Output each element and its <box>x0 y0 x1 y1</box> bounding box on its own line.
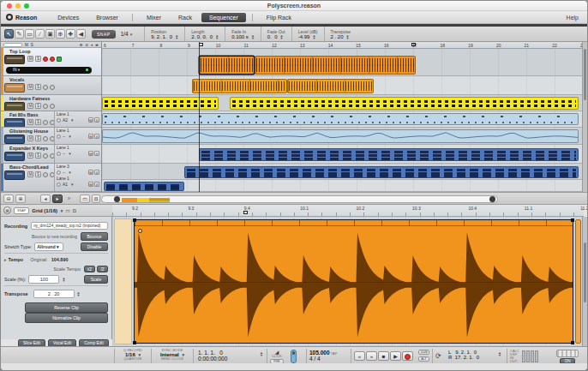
device-thumbnail[interactable] <box>4 55 25 64</box>
magnify-tool-icon[interactable]: ⊕ <box>56 29 65 39</box>
nav-item-rack[interactable]: Rack <box>171 13 200 22</box>
tap-label[interactable]: TAP <box>331 352 338 356</box>
arrange-clip[interactable] <box>255 56 416 75</box>
editor-position-flag[interactable] <box>243 211 248 214</box>
pencil-tool-icon[interactable]: ✎ <box>15 29 24 39</box>
device-thumbnail[interactable] <box>4 152 25 161</box>
stepper-icon[interactable]: ▲▼ <box>215 34 219 39</box>
field-value[interactable]: 0. 0▲▼ <box>267 34 285 39</box>
stretch-type-dropdown[interactable]: Allround ▾ <box>34 242 63 251</box>
overview-right-handle[interactable] <box>489 196 495 202</box>
time-signature-value[interactable]: 4 / 4 <box>309 356 349 362</box>
track-expander-x-keys[interactable]: Expander X KeysMSLane 1--▾MX <box>1 145 101 164</box>
tempo-x2-button[interactable]: x2 <box>84 266 95 272</box>
tempo-value[interactable]: 105.000 <box>309 350 330 356</box>
fast-forward-button[interactable]: » <box>366 351 377 361</box>
track-hardware-fatness[interactable]: Hardware FatnessMS <box>1 95 101 111</box>
arrange-vertical-scrollbar[interactable] <box>582 42 587 192</box>
header-solo-label[interactable]: S <box>31 43 33 47</box>
record-arm-button[interactable] <box>43 57 48 62</box>
editor-ruler[interactable]: 9.29.39.410.110.210.310.411.111.2 <box>112 205 584 217</box>
record-arm-button[interactable] <box>43 136 48 141</box>
audio-input-meter[interactable]: IN ▾ <box>6 67 92 74</box>
lane-item[interactable]: Lane 1A1▾MX <box>57 177 99 188</box>
nav-item-mixer[interactable]: Mixer <box>139 13 169 22</box>
song-overview-scrollbar[interactable] <box>101 195 498 203</box>
lane-item[interactable]: Lane 3--▾MX <box>57 165 99 177</box>
help-link[interactable]: Help <box>567 15 579 21</box>
close-editor-icon[interactable]: ⊗ <box>3 206 11 214</box>
lane-mute-button[interactable]: M <box>88 170 93 175</box>
arrange-clip[interactable] <box>199 148 579 161</box>
play-button[interactable]: ▶ <box>390 351 401 361</box>
end-marker-flag[interactable]: E <box>411 43 416 46</box>
mute-button[interactable]: M <box>27 56 33 62</box>
close-window-button[interactable] <box>7 3 12 9</box>
next-clip-sliver[interactable] <box>575 219 581 344</box>
lane-record-icon[interactable] <box>57 152 61 156</box>
chevron-down-icon[interactable]: ▾ <box>91 43 93 47</box>
record-arm-button[interactable] <box>43 104 48 109</box>
track-name[interactable]: Expander X Keys <box>9 146 48 151</box>
field-value[interactable]: 0.100 s▲▼ <box>231 34 255 39</box>
solo-button[interactable]: S <box>35 56 41 62</box>
lane-delete-button[interactable]: X <box>94 170 99 175</box>
stop-button[interactable]: ■ <box>378 351 389 361</box>
lane-mute-button[interactable]: M <box>88 182 93 187</box>
click-level-slider[interactable] <box>291 350 297 363</box>
arrange-clip[interactable] <box>287 79 374 93</box>
track-name[interactable]: Glistening House <box>9 129 48 134</box>
click-label[interactable]: CLICK <box>270 355 284 358</box>
stepper-icon[interactable]: ▲▼ <box>251 34 255 39</box>
stepper-icon[interactable]: ▲▼ <box>260 351 263 356</box>
hand-tool-icon[interactable]: ✚ <box>66 29 75 39</box>
arrange-area[interactable]: 67891011121314151617181920212223 E <box>102 42 584 192</box>
lane-mute-button[interactable]: M <box>88 151 93 156</box>
track-list-mini-button[interactable] <box>3 43 22 47</box>
track-name[interactable]: Top Loop <box>9 49 31 54</box>
snap-value-dropdown[interactable]: 1/4▾ <box>121 31 133 37</box>
record-button[interactable] <box>402 351 413 361</box>
shield-icon[interactable]: ◘ <box>73 208 76 213</box>
solo-button[interactable]: S <box>35 119 41 125</box>
nav-item-devices[interactable]: Devices <box>50 13 87 22</box>
transpose-input[interactable]: 2 . 20 <box>33 290 75 298</box>
device-thumbnail[interactable] <box>4 135 25 144</box>
chevron-down-icon[interactable]: ▾ <box>69 134 71 139</box>
field-value[interactable]: 2. 0. 0. 0▲▼ <box>191 34 219 39</box>
arrange-clip[interactable] <box>184 166 579 178</box>
nav-item-browser[interactable]: Browser <box>88 13 126 22</box>
reverse-clip-button[interactable]: Reverse Clip <box>25 302 108 313</box>
tempo-disclosure-icon[interactable]: ▸ <box>4 257 7 262</box>
nav-item-sequencer[interactable]: Sequencer <box>201 13 246 22</box>
gear-icon[interactable]: ⚙ <box>79 43 82 47</box>
selection-tool-icon[interactable]: ↖ <box>4 29 14 39</box>
snap-button[interactable]: SNAP <box>92 30 116 39</box>
tempo-half-button[interactable]: /2 <box>97 266 108 272</box>
lane-item[interactable]: Lane 1--▾MX <box>57 146 99 158</box>
back-arrow-button[interactable]: ◂ <box>40 194 51 203</box>
solo-button[interactable]: S <box>35 84 41 90</box>
device-thumbnail[interactable] <box>4 171 25 180</box>
editor-snap-button[interactable]: SNAP <box>14 207 29 214</box>
lane-record-icon[interactable] <box>57 171 61 175</box>
normalize-clip-button[interactable]: Normalize Clip <box>25 313 108 323</box>
field-value[interactable]: -4.99▲▼ <box>298 34 318 39</box>
stepper-icon[interactable]: ▲▼ <box>62 277 65 282</box>
loop-left-flag[interactable] <box>199 43 203 46</box>
lane-delete-button[interactable]: X <box>94 134 99 139</box>
field-value[interactable]: 9. 2. 1. 0▲▼ <box>151 34 178 39</box>
track-navigator-button[interactable]: ▸ <box>52 194 63 203</box>
minimize-window-button[interactable] <box>15 3 21 9</box>
slice-markers[interactable] <box>135 220 573 226</box>
position-time-value[interactable]: 0:00:00:000 <box>198 356 265 362</box>
zoom-out-icon[interactable]: ⊖ <box>3 194 14 203</box>
solo-button[interactable]: S <box>35 103 41 109</box>
clip-handle[interactable] <box>571 341 574 344</box>
record-arm-button[interactable] <box>43 172 48 177</box>
overview-left-handle[interactable] <box>114 196 120 202</box>
record-arm-button[interactable] <box>43 120 48 125</box>
mute-button[interactable]: M <box>27 119 33 125</box>
lane-record-icon[interactable] <box>57 183 61 187</box>
alt-button[interactable]: ALT <box>418 356 429 362</box>
